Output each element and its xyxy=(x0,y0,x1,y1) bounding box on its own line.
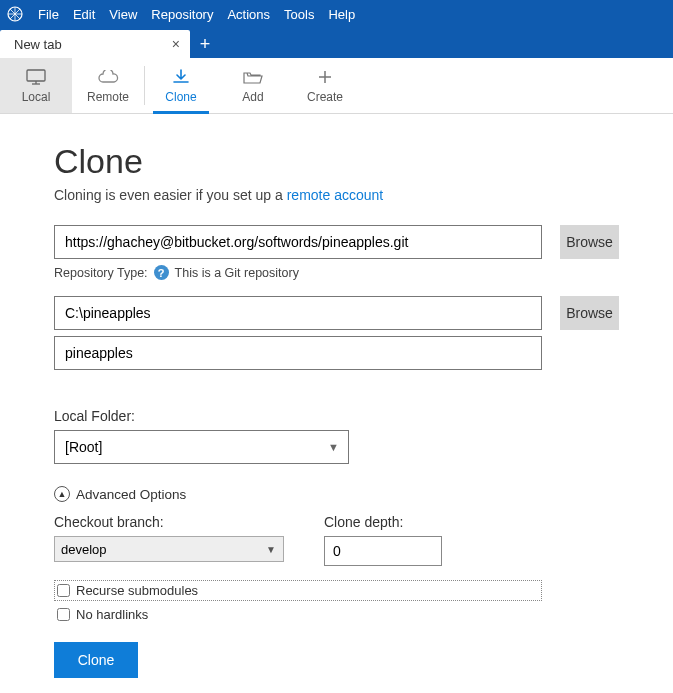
menu-view[interactable]: View xyxy=(109,7,137,22)
tool-add[interactable]: Add xyxy=(217,58,289,113)
tab-title: New tab xyxy=(14,37,62,52)
local-folder-label: Local Folder: xyxy=(54,408,619,424)
menu-actions[interactable]: Actions xyxy=(227,7,270,22)
menu-edit[interactable]: Edit xyxy=(73,7,95,22)
menu-repository[interactable]: Repository xyxy=(151,7,213,22)
browse-path-button[interactable]: Browse xyxy=(560,296,619,330)
tool-local[interactable]: Local xyxy=(0,58,72,113)
tool-remote[interactable]: Remote xyxy=(72,58,144,113)
clone-depth-input[interactable] xyxy=(324,536,442,566)
checkout-branch-label: Checkout branch: xyxy=(54,514,284,530)
repo-type-text: This is a Git repository xyxy=(175,266,299,280)
advanced-options-toggle[interactable]: ▲ Advanced Options xyxy=(54,486,619,502)
toolbar: Local Remote Clone Add Create xyxy=(0,58,673,114)
recurse-submodules-row[interactable]: Recurse submodules xyxy=(54,580,542,601)
tool-clone-label: Clone xyxy=(165,90,196,104)
cloud-icon xyxy=(97,67,119,87)
repo-url-input[interactable] xyxy=(54,225,542,259)
recurse-submodules-label: Recurse submodules xyxy=(76,583,198,598)
no-hardlinks-label: No hardlinks xyxy=(76,607,148,622)
tool-create[interactable]: Create xyxy=(289,58,361,113)
plus-icon xyxy=(317,67,333,87)
advanced-options-label: Advanced Options xyxy=(76,487,186,502)
tool-local-label: Local xyxy=(22,90,51,104)
folder-open-icon xyxy=(243,67,263,87)
clone-depth-label: Clone depth: xyxy=(324,514,442,530)
tab-new[interactable]: New tab × xyxy=(0,30,190,58)
new-tab-button[interactable]: + xyxy=(190,30,220,58)
collapse-icon: ▲ xyxy=(54,486,70,502)
tabstrip: New tab × + xyxy=(0,28,673,58)
local-folder-select[interactable]: [Root] xyxy=(54,430,349,464)
recurse-submodules-checkbox[interactable] xyxy=(57,584,70,597)
tool-remote-label: Remote xyxy=(87,90,129,104)
checkout-branch-select[interactable]: develop xyxy=(54,536,284,562)
name-input[interactable] xyxy=(54,336,542,370)
tool-create-label: Create xyxy=(307,90,343,104)
menu-tools[interactable]: Tools xyxy=(284,7,314,22)
close-icon[interactable]: × xyxy=(172,36,180,52)
content: Clone Cloning is even easier if you set … xyxy=(0,114,673,678)
download-icon xyxy=(172,67,190,87)
tool-clone[interactable]: Clone xyxy=(145,58,217,113)
menu-help[interactable]: Help xyxy=(328,7,355,22)
browse-url-button[interactable]: Browse xyxy=(560,225,619,259)
monitor-icon xyxy=(26,67,46,87)
subtitle: Cloning is even easier if you set up a r… xyxy=(54,187,619,203)
app-icon xyxy=(6,5,24,23)
destination-path-input[interactable] xyxy=(54,296,542,330)
no-hardlinks-checkbox[interactable] xyxy=(57,608,70,621)
repo-type-label: Repository Type: xyxy=(54,266,148,280)
page-heading: Clone xyxy=(54,142,619,181)
svg-rect-1 xyxy=(27,70,45,81)
menu-file[interactable]: File xyxy=(38,7,59,22)
menubar: File Edit View Repository Actions Tools … xyxy=(0,0,673,28)
no-hardlinks-row[interactable]: No hardlinks xyxy=(54,607,619,622)
remote-account-link[interactable]: remote account xyxy=(287,187,384,203)
help-icon[interactable]: ? xyxy=(154,265,169,280)
subtitle-prefix: Cloning is even easier if you set up a xyxy=(54,187,287,203)
clone-button[interactable]: Clone xyxy=(54,642,138,678)
tool-add-label: Add xyxy=(242,90,263,104)
